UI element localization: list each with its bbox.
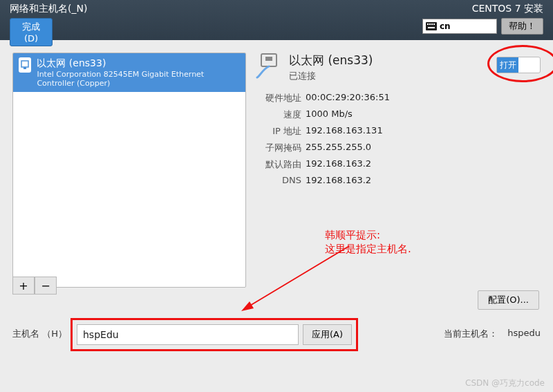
device-list-item[interactable]: 以太网 (ens33) Intel Corporation 82545EM Gi…: [13, 53, 245, 92]
svg-rect-7: [24, 67, 26, 69]
gateway-value: 192.168.163.2: [306, 158, 371, 171]
current-hostname-label: 当前主机名：: [444, 328, 498, 340]
configure-button[interactable]: 配置(O)...: [478, 290, 539, 310]
svg-rect-2: [429, 24, 431, 25]
connection-toggle[interactable]: 打开: [496, 57, 541, 73]
watermark: CSDN @巧克力code: [465, 377, 545, 389]
apply-button[interactable]: 应用(A): [303, 324, 352, 345]
network-port-icon: [256, 53, 282, 79]
svg-rect-3: [431, 24, 433, 25]
nic-info-table: 硬件地址00:0C:29:20:36:51 速度1000 Mb/s IP 地址1…: [256, 92, 541, 185]
ip-label: IP 地址: [256, 125, 301, 138]
add-device-button[interactable]: +: [12, 277, 35, 295]
svg-rect-0: [426, 22, 437, 30]
speed-value: 1000 Mb/s: [306, 109, 353, 121]
mask-label: 子网掩码: [256, 142, 301, 154]
hwaddr-value: 00:0C:29:20:36:51: [306, 92, 390, 104]
nic-title: 以太网 (ens33): [289, 53, 373, 68]
toggle-on-label: 打开: [497, 57, 518, 73]
svg-rect-1: [427, 24, 429, 25]
device-name: 以太网 (ens33): [37, 57, 240, 70]
keyboard-icon: [426, 22, 437, 30]
hostname-label: 主机名 （H）：: [12, 328, 76, 340]
page-title: 网络和主机名(_N): [10, 3, 87, 15]
current-hostname-value: hspedu: [507, 328, 541, 338]
keyboard-layout-code: cn: [440, 21, 451, 31]
hostname-input[interactable]: [77, 324, 299, 345]
hostname-highlight-box: 应用(A): [71, 318, 358, 351]
dns-value: 192.168.163.2: [306, 175, 371, 185]
svg-rect-9: [265, 57, 272, 61]
speed-label: 速度: [256, 109, 301, 121]
nic-status: 已连接: [289, 70, 373, 82]
device-controller: Intel Corporation 82545EM Gigabit Ethern…: [37, 70, 240, 88]
svg-rect-4: [433, 24, 435, 25]
remove-device-button[interactable]: −: [35, 277, 57, 295]
svg-rect-6: [21, 61, 28, 67]
hwaddr-label: 硬件地址: [256, 92, 301, 104]
ip-value: 192.168.163.131: [306, 125, 383, 138]
keyboard-layout-selector[interactable]: cn: [422, 19, 497, 34]
mask-value: 255.255.255.0: [306, 142, 371, 154]
dns-label: DNS: [256, 175, 301, 185]
gateway-label: 默认路由: [256, 158, 301, 171]
installer-title: CENTOS 7 安装: [472, 3, 543, 15]
ethernet-icon: [19, 57, 31, 73]
help-button[interactable]: 帮助！: [501, 18, 543, 35]
header-bar: 网络和主机名(_N) 完成(D) CENTOS 7 安装 cn 帮助！: [0, 0, 553, 40]
device-list[interactable]: 以太网 (ens33) Intel Corporation 82545EM Gi…: [12, 53, 246, 288]
svg-rect-5: [428, 27, 435, 28]
